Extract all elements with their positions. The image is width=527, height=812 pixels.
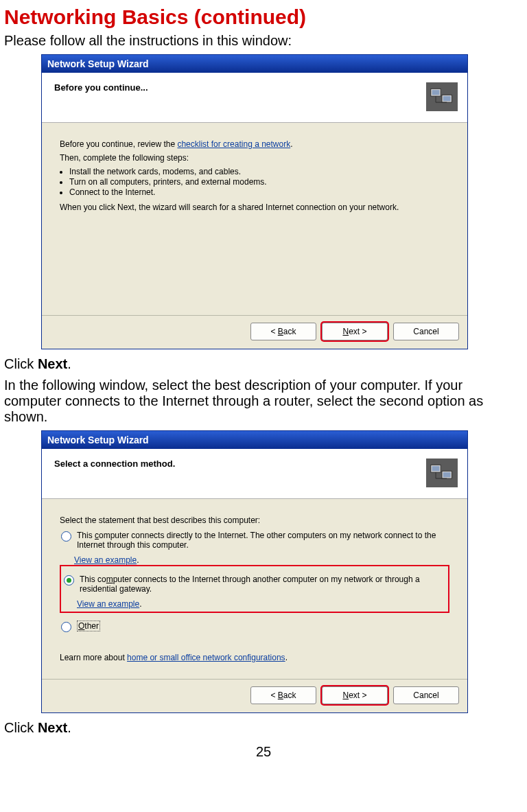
svg-rect-1: [432, 90, 440, 95]
wizard1-body: Before you continue, review the checklis…: [42, 123, 467, 315]
wizard2-header-text: Select a connection method.: [54, 459, 175, 469]
next-button[interactable]: Next >: [322, 323, 388, 340]
back-button[interactable]: < Back: [250, 686, 316, 704]
highlighted-option: This computer connects to the Internet t…: [60, 565, 449, 613]
text: puter connects to the Internet through a…: [80, 575, 420, 594]
learn-more-line: Learn more about home or small office ne…: [60, 653, 449, 662]
text: .: [290, 139, 292, 149]
wizard2-header: Select a connection method.: [42, 449, 467, 499]
wizard-select-connection: Network Setup Wizard Select a connection…: [41, 430, 468, 713]
cancel-button[interactable]: Cancel: [393, 323, 459, 340]
wizard1-header-text: Before you continue...: [54, 82, 148, 93]
text: .: [67, 356, 71, 371]
view-example-link[interactable]: View an example: [74, 555, 137, 565]
text: Click: [4, 356, 38, 371]
list-item: Install the network cards, modems, and c…: [69, 167, 449, 176]
next-button[interactable]: Next >: [322, 686, 388, 704]
radio-option-direct[interactable]: This computer connects directly to the I…: [60, 529, 449, 551]
radio-icon: [64, 575, 74, 585]
radio-icon: [61, 622, 71, 632]
checklist-link[interactable]: checklist for creating a network: [177, 139, 290, 149]
network-computers-icon: [426, 459, 458, 487]
radio-label: Other: [77, 621, 100, 631]
list-item: Connect to the Internet.: [69, 187, 449, 197]
text: ther: [84, 621, 99, 631]
text: .: [285, 653, 288, 662]
page-number: 25: [4, 744, 523, 760]
list-item: Turn on all computers, printers, and ext…: [69, 177, 449, 187]
wizard1-steps-list: Install the network cards, modems, and c…: [60, 167, 449, 197]
svg-rect-3: [443, 96, 451, 101]
wizard-before-you-continue: Network Setup Wizard Before you continue…: [41, 54, 468, 349]
wizard2-prompt: Select the statement that best describes…: [60, 515, 449, 525]
svg-rect-9: [443, 472, 451, 477]
text: Next: [38, 720, 67, 735]
wizard2-footer: < Back Next > Cancel: [42, 679, 467, 712]
text: omputer connects directly to the Interne…: [77, 531, 436, 550]
wizard1-footer-line: When you click Next, the wizard will sea…: [60, 202, 449, 212]
text: .: [67, 720, 71, 735]
text: Click: [4, 720, 38, 735]
learn-more-link[interactable]: home or small office network configurati…: [127, 653, 285, 662]
click-next-2: Click Next.: [4, 720, 523, 736]
wizard1-steps-label: Then, complete the following steps:: [60, 153, 449, 163]
text: Learn more about: [60, 653, 127, 662]
cancel-button[interactable]: Cancel: [393, 686, 459, 704]
network-computers-icon: [426, 82, 458, 111]
wizard1-footer: < Back Next > Cancel: [42, 315, 467, 349]
wizard1-titlebar: Network Setup Wizard: [42, 55, 467, 73]
text: Before you continue, review the: [60, 139, 177, 149]
view-example-link[interactable]: View an example: [77, 599, 139, 609]
text: m: [106, 575, 113, 584]
svg-rect-7: [432, 466, 440, 471]
wizard1-review-line: Before you continue, review the checklis…: [60, 139, 449, 149]
wizard1-header: Before you continue...: [42, 73, 467, 123]
text: This co: [80, 575, 106, 584]
radio-option-other[interactable]: Other: [60, 620, 449, 634]
wizard2-body: Select the statement that best describes…: [42, 499, 467, 679]
back-button[interactable]: < Back: [250, 323, 316, 340]
radio-icon: [61, 531, 71, 542]
text: O: [78, 621, 84, 631]
radio-label: This computer connects to the Internet t…: [80, 575, 445, 594]
radio-label: This computer connects directly to the I…: [77, 531, 448, 550]
wizard2-titlebar: Network Setup Wizard: [42, 431, 467, 449]
text: This: [77, 531, 95, 540]
page-title: Networking Basics (continued): [4, 5, 523, 29]
intro-text: Please follow all the instructions in th…: [4, 33, 523, 49]
mid-paragraph: In the following window, select the best…: [4, 378, 523, 425]
text: Next: [38, 356, 67, 371]
click-next-1: Click Next.: [4, 356, 523, 372]
radio-option-gateway[interactable]: This computer connects to the Internet t…: [62, 573, 447, 595]
